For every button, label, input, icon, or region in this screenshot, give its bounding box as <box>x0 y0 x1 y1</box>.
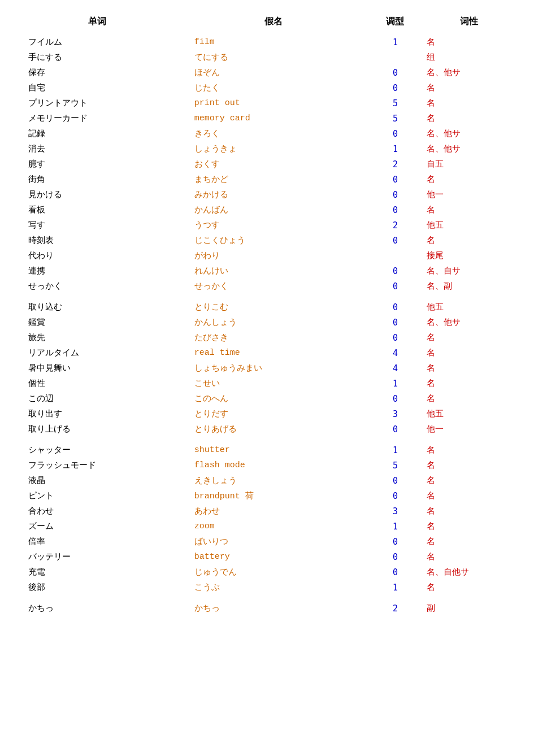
type-cell: 接尾 <box>421 248 517 263</box>
table-row: シャッターshutter1名 <box>17 442 517 458</box>
kana-cell: がわり <box>177 248 370 263</box>
word-cell: 看板 <box>17 202 177 218</box>
word-cell: 見かける <box>17 187 177 202</box>
tone-cell: 1 <box>370 141 421 157</box>
header-kana: 假名 <box>177 11 370 34</box>
kana-cell: brandpunt 荷 <box>177 488 370 503</box>
kana-cell: おくす <box>177 157 370 172</box>
tone-cell: 0 <box>370 422 421 437</box>
kana-cell: このへん <box>177 391 370 406</box>
table-row: 鑑賞かんしょう0名、他サ <box>17 315 517 330</box>
kana-cell: こうぶ <box>177 580 370 595</box>
tone-cell: 4 <box>370 345 421 360</box>
kana-cell: battery <box>177 549 370 564</box>
kana-cell: とりこむ <box>177 299 370 315</box>
word-cell: 連携 <box>17 263 177 279</box>
kana-cell: かちっ <box>177 601 370 616</box>
table-row: 保存ほぞん0名、他サ <box>17 65 517 80</box>
header-tone: 调型 <box>370 11 421 34</box>
tone-cell: 0 <box>370 263 421 279</box>
kana-cell: みかける <box>177 187 370 202</box>
kana-cell: とりだす <box>177 406 370 422</box>
tone-cell: 0 <box>370 549 421 564</box>
tone-cell: 1 <box>370 34 421 50</box>
word-cell: シャッター <box>17 442 177 458</box>
type-cell: 名 <box>421 488 517 503</box>
tone-cell: 3 <box>370 406 421 422</box>
word-cell: リアルタイム <box>17 345 177 360</box>
table-row: この辺このへん0名 <box>17 391 517 406</box>
kana-cell: まちかど <box>177 172 370 187</box>
kana-cell: かんばん <box>177 202 370 218</box>
table-row: 暑中見舞いしょちゅうみまい4名 <box>17 360 517 376</box>
type-cell: 名 <box>421 442 517 458</box>
table-row: 手にするてにする组 <box>17 50 517 65</box>
table-row: 見かけるみかける0他一 <box>17 187 517 202</box>
tone-cell: 1 <box>370 376 421 391</box>
word-cell: バッテリー <box>17 549 177 564</box>
kana-cell: せっかく <box>177 279 370 294</box>
tone-cell: 0 <box>370 488 421 503</box>
kana-cell: しょちゅうみまい <box>177 360 370 376</box>
word-cell: 臆す <box>17 157 177 172</box>
tone-cell: 0 <box>370 80 421 95</box>
kana-cell: zoom <box>177 519 370 534</box>
kana-cell: shutter <box>177 442 370 458</box>
type-cell: 名、他サ <box>421 126 517 141</box>
type-cell: 他五 <box>421 299 517 315</box>
table-row: 代わりがわり接尾 <box>17 248 517 263</box>
table-row: 合わせあわせ3名 <box>17 503 517 519</box>
word-cell: プリントアウト <box>17 95 177 111</box>
tone-cell: 1 <box>370 519 421 534</box>
type-cell: 名、自サ <box>421 263 517 279</box>
table-row: 臆すおくす2自五 <box>17 157 517 172</box>
table-row: フラッシュモードflash mode5名 <box>17 458 517 473</box>
type-cell: 名 <box>421 549 517 564</box>
type-cell: 名 <box>421 534 517 549</box>
kana-cell: ほぞん <box>177 65 370 80</box>
type-cell: 他五 <box>421 218 517 233</box>
type-cell: 副 <box>421 601 517 616</box>
table-row: 街角まちかど0名 <box>17 172 517 187</box>
kana-cell: てにする <box>177 50 370 65</box>
kana-cell: じたく <box>177 80 370 95</box>
word-cell: 旅先 <box>17 330 177 345</box>
kana-cell: こせい <box>177 376 370 391</box>
tone-cell: 5 <box>370 458 421 473</box>
header-type: 词性 <box>421 11 517 34</box>
table-row: 旅先たびさき0名 <box>17 330 517 345</box>
kana-cell: film <box>177 34 370 50</box>
tone-cell: 0 <box>370 534 421 549</box>
type-cell: 名 <box>421 172 517 187</box>
word-cell: 取り上げる <box>17 422 177 437</box>
word-cell: 自宅 <box>17 80 177 95</box>
type-cell: 名 <box>421 345 517 360</box>
word-cell: 写す <box>17 218 177 233</box>
table-row: 消去しょうきょ1名、他サ <box>17 141 517 157</box>
kana-cell: じゅうでん <box>177 564 370 580</box>
type-cell: 名 <box>421 391 517 406</box>
type-cell: 名 <box>421 503 517 519</box>
tone-cell: 1 <box>370 580 421 595</box>
table-row: 時刻表じこくひょう0名 <box>17 233 517 248</box>
type-cell: 名、他サ <box>421 65 517 80</box>
word-cell: 保存 <box>17 65 177 80</box>
table-row: 個性こせい1名 <box>17 376 517 391</box>
word-cell: 暑中見舞い <box>17 360 177 376</box>
word-cell: 個性 <box>17 376 177 391</box>
tone-cell: 2 <box>370 218 421 233</box>
type-cell: 组 <box>421 50 517 65</box>
word-cell: ピント <box>17 488 177 503</box>
word-cell: フラッシュモード <box>17 458 177 473</box>
table-row: 連携れんけい0名、自サ <box>17 263 517 279</box>
word-cell: メモリーカード <box>17 111 177 126</box>
tone-cell: 5 <box>370 111 421 126</box>
kana-cell: かんしょう <box>177 315 370 330</box>
table-row: バッテリーbattery0名 <box>17 549 517 564</box>
word-cell: 倍率 <box>17 534 177 549</box>
table-row: 取り出すとりだす3他五 <box>17 406 517 422</box>
kana-cell: うつす <box>177 218 370 233</box>
tone-cell: 2 <box>370 157 421 172</box>
tone-cell <box>370 248 421 263</box>
type-cell: 名、他サ <box>421 141 517 157</box>
